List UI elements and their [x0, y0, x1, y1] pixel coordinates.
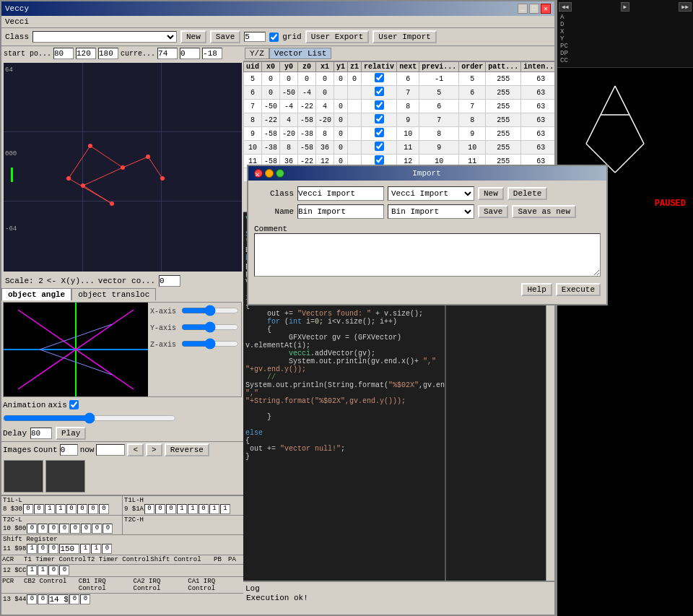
relativ-check[interactable] [375, 128, 384, 137]
table-row[interactable]: 5 0 0 0 0 0 0 6 -1 5 255 63 [244, 72, 555, 86]
close-button[interactable]: ✕ [541, 4, 551, 14]
bit-1[interactable]: 0 [38, 594, 48, 604]
maximize-button[interactable]: □ [529, 4, 539, 14]
bit-0[interactable]: 0 [144, 504, 154, 514]
maximize-traffic-light[interactable] [276, 169, 284, 178]
bit-3[interactable]: 0 [59, 565, 69, 576]
bit-6[interactable]: 0 [92, 524, 102, 534]
grid-checkbox[interactable] [269, 32, 279, 42]
bit-3[interactable]: 1 [56, 504, 66, 514]
image-thumb-1[interactable] [4, 460, 43, 493]
bit-1[interactable]: 0 [155, 504, 165, 514]
bit-7[interactable]: 0 [99, 504, 109, 514]
bit-2[interactable]: 0 [48, 544, 58, 554]
table-row[interactable]: 9 -58 -20 -38 8 0 10 8 9 255 6 [244, 127, 555, 141]
dialog-save-as-new-button[interactable]: Save as new [512, 205, 576, 218]
bit-3[interactable]: 1 [177, 504, 187, 514]
axis-checkbox[interactable] [69, 400, 79, 409]
bit-4[interactable]: 1 [91, 544, 101, 554]
tab-object-angle[interactable]: object angle [1, 288, 71, 300]
image-thumb-2[interactable] [45, 460, 85, 493]
bit-1[interactable]: 0 [38, 544, 48, 554]
relativ-check[interactable] [375, 87, 384, 96]
name-dialog-input[interactable] [297, 204, 384, 219]
bit-5[interactable]: 0 [81, 524, 91, 534]
help-button[interactable]: Help [521, 283, 552, 296]
relativ-check[interactable] [375, 155, 384, 165]
relativ-check[interactable] [375, 142, 384, 151]
next-button[interactable]: > [146, 443, 162, 456]
video-btn-3[interactable]: ▶▶ [679, 2, 692, 12]
reverse-button[interactable]: Reverse [165, 443, 209, 456]
start-x-input[interactable] [53, 48, 74, 59]
video-btn-2[interactable]: ▶ [621, 2, 630, 12]
curr-x-input[interactable] [157, 48, 178, 59]
dialog-save-button[interactable]: Save [478, 205, 508, 218]
close-traffic-light[interactable]: ✕ [254, 169, 263, 178]
yz-tab[interactable]: Y/Z [245, 48, 269, 59]
bit-4[interactable]: 0 [66, 504, 77, 514]
bit-0[interactable]: 1 [27, 565, 37, 576]
bit-2[interactable]: 0 [48, 565, 58, 576]
start-z-input[interactable] [98, 48, 118, 59]
bit-0[interactable]: 0 [27, 524, 37, 534]
bit-2[interactable]: 0 [48, 524, 58, 534]
user-import-button[interactable]: User Import [372, 30, 437, 43]
video-btn-1[interactable]: ◀◀ [559, 2, 572, 12]
bit-1[interactable]: 1 [38, 565, 48, 576]
bit-7[interactable]: 0 [103, 524, 113, 534]
bit-3[interactable]: 1 [80, 544, 90, 554]
now-input[interactable] [96, 444, 125, 456]
curr-y-input[interactable] [180, 48, 200, 59]
minimize-button[interactable]: _ [518, 4, 528, 14]
prev-button[interactable]: < [127, 443, 144, 456]
table-row[interactable]: 7 -50 -4 -22 4 0 8 6 7 255 63 [244, 100, 555, 113]
relativ-check[interactable] [375, 100, 384, 110]
bit-0[interactable]: 0 [23, 504, 33, 514]
bit-1[interactable]: 0 [38, 524, 48, 534]
bit-2[interactable]: 0 [166, 504, 176, 514]
bit-2[interactable]: 1 [45, 504, 55, 514]
vector-list-area[interactable]: uid x0 y0 z0 x1 y1 z1 relativ next previ… [243, 61, 554, 182]
vector-list-tab[interactable]: Vector List [269, 48, 332, 59]
bit-1[interactable]: 0 [34, 504, 44, 514]
relativ-check[interactable] [375, 114, 384, 123]
class-dialog-input[interactable] [297, 186, 384, 201]
table-row[interactable]: 10 -38 8 -58 36 0 11 9 10 255 [244, 141, 555, 155]
bit-4[interactable]: 1 [188, 504, 198, 514]
bit-0[interactable]: 0 [27, 594, 37, 604]
dialog-delete-button[interactable]: Delete [507, 187, 548, 200]
relativ-check[interactable] [375, 73, 384, 82]
vector-co-input[interactable] [159, 275, 180, 287]
delay-input[interactable] [30, 428, 52, 439]
table-row[interactable]: 8 -22 4 -58 -20 0 9 7 8 255 63 [244, 113, 555, 127]
execute-button[interactable]: Execute [556, 283, 601, 296]
bit-2[interactable]: 0 [69, 594, 79, 604]
class-select[interactable] [32, 31, 177, 43]
z-axis-slider[interactable] [181, 339, 239, 348]
bit-3[interactable]: 0 [80, 594, 90, 604]
dialog-new-button[interactable]: New [478, 187, 504, 200]
x-axis-slider[interactable] [181, 306, 239, 315]
bit-6[interactable]: 0 [88, 504, 98, 514]
bit-7[interactable]: 1 [220, 504, 230, 514]
reg14-input[interactable] [48, 594, 69, 604]
grid-value-input[interactable] [244, 32, 266, 42]
menu-vecci[interactable]: Vecci [5, 17, 29, 26]
save-button[interactable]: Save [210, 30, 240, 43]
bit-5[interactable]: 0 [77, 504, 87, 514]
start-y-input[interactable] [76, 48, 96, 59]
bit-3[interactable]: 0 [59, 524, 69, 534]
class-dialog-select[interactable]: Vecci Import [388, 186, 474, 201]
user-export-button[interactable]: User Export [305, 30, 370, 43]
anim-slider[interactable] [3, 412, 176, 424]
bit-5[interactable]: 0 [199, 504, 209, 514]
minimize-traffic-light[interactable] [265, 169, 274, 178]
tab-object-transloc[interactable]: object transloc [71, 288, 156, 300]
bit-5[interactable]: 0 [102, 544, 112, 554]
table-row[interactable]: 6 0 -50 -4 0 7 5 6 255 63 [244, 86, 555, 100]
bit-0[interactable]: 1 [27, 544, 37, 554]
count-input[interactable] [60, 444, 78, 456]
curr-z-input[interactable] [202, 48, 222, 59]
shift-value-input[interactable] [59, 544, 79, 554]
